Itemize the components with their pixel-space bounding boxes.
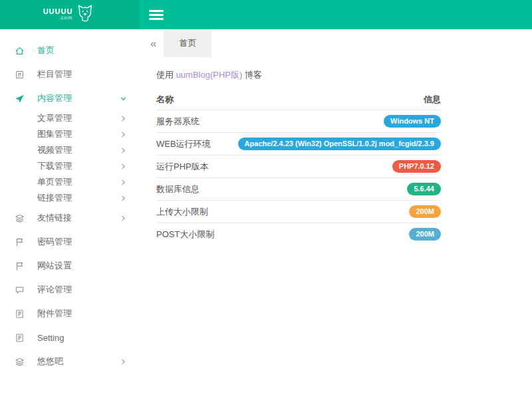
send-icon <box>15 94 25 104</box>
sidebar-item-13[interactable]: 附件管理 <box>0 302 140 326</box>
sidebar-item-label: 评论管理 <box>37 284 72 296</box>
sidebar-item-15[interactable]: 悠悠吧 <box>0 350 140 373</box>
chevron-right-icon <box>120 132 126 138</box>
table-row: POST大小限制200M <box>156 223 441 246</box>
sidebar-item-label: 单页管理 <box>37 176 72 188</box>
row-name: POST大小限制 <box>156 223 219 246</box>
sidebar-subitem-4[interactable]: 图集管理 <box>0 126 140 142</box>
layers-icon <box>15 213 25 223</box>
comment-icon <box>15 285 25 295</box>
cat-mascot-icon <box>74 2 96 27</box>
sidebar-item-label: Setting <box>37 333 64 343</box>
status-badge: 5.6.44 <box>407 183 441 195</box>
row-name: 服务器系统 <box>156 110 219 133</box>
menu-toggle-button[interactable] <box>149 5 172 25</box>
sidebar-item-10[interactable]: 密码管理 <box>0 230 140 254</box>
logo-text: UUUUU .com <box>43 8 73 21</box>
sidebar-item-0[interactable]: 首页 <box>0 39 140 62</box>
app-logo[interactable]: UUUUU .com <box>0 0 140 29</box>
sidebar-item-label: 悠悠吧 <box>37 355 63 367</box>
status-badge: Apache/2.4.23 (Win32) OpenSSL/1.0.2j mod… <box>238 138 441 150</box>
sidebar-item-11[interactable]: 网站设置 <box>0 254 140 278</box>
file-icon <box>15 333 25 343</box>
row-name: 数据库信息 <box>156 178 219 201</box>
flag-icon <box>15 261 25 271</box>
sidebar-item-1[interactable]: 栏目管理 <box>0 62 140 86</box>
row-name: 上传大小限制 <box>156 201 219 223</box>
sidebar-subitem-7[interactable]: 单页管理 <box>0 174 140 190</box>
chevron-right-icon <box>120 195 126 201</box>
sidebar-item-label: 视频管理 <box>37 144 72 156</box>
sidebar-item-label: 附件管理 <box>37 308 72 320</box>
chevron-right-icon <box>120 163 126 169</box>
form-icon <box>15 70 25 80</box>
row-name: 运行PHP版本 <box>156 155 219 178</box>
table-row: 数据库信息5.6.44 <box>156 178 441 201</box>
layers-icon <box>15 357 25 367</box>
sidebar-item-label: 密码管理 <box>37 236 72 248</box>
main-content: « 首页 使用 uumBlog(PHP版) 博客 名称 信息 服务器系统Wind… <box>140 29 532 400</box>
flag-icon <box>15 237 25 247</box>
status-badge: 200M <box>409 205 441 218</box>
sidebar-subitem-6[interactable]: 下载管理 <box>0 158 140 174</box>
intro-suffix: 博客 <box>242 70 262 80</box>
sidebar-item-label: 友情链接 <box>37 212 72 224</box>
sidebar-nav: 首页栏目管理内容管理文章管理图集管理视频管理下载管理单页管理链接管理友情链接密码… <box>0 29 140 400</box>
sidebar-item-label: 网站设置 <box>37 260 72 272</box>
uumblog-link[interactable]: uumBlog(PHP版) <box>176 70 243 80</box>
sidebar-item-label: 首页 <box>37 45 55 56</box>
sidebar-item-label: 栏目管理 <box>37 68 72 80</box>
home-icon <box>15 46 25 56</box>
table-row: 运行PHP版本PHP7.0.12 <box>156 155 441 178</box>
file-icon <box>15 309 25 319</box>
column-header-name: 名称 <box>156 92 219 110</box>
server-info-table: 名称 信息 服务器系统Windows NTWEB运行环境Apache/2.4.2… <box>156 92 441 245</box>
sidebar-item-9[interactable]: 友情链接 <box>0 206 140 230</box>
column-header-info: 信息 <box>219 92 441 110</box>
sidebar-subitem-3[interactable]: 文章管理 <box>0 110 140 126</box>
table-row: 上传大小限制200M <box>156 201 441 223</box>
row-name: WEB运行环境 <box>156 133 219 155</box>
sidebar-item-14[interactable]: Setting <box>0 326 140 350</box>
top-bar-right <box>140 0 532 29</box>
sidebar-subitem-8[interactable]: 链接管理 <box>0 190 140 206</box>
sidebar-item-label: 内容管理 <box>37 92 72 104</box>
intro-text: 使用 uumBlog(PHP版) 博客 <box>156 69 515 81</box>
table-row: 服务器系统Windows NT <box>156 110 441 133</box>
table-row: WEB运行环境Apache/2.4.23 (Win32) OpenSSL/1.0… <box>156 133 441 155</box>
sidebar-item-label: 链接管理 <box>37 192 72 204</box>
top-bar: UUUUU .com <box>0 0 532 29</box>
sidebar-item-label: 文章管理 <box>37 112 72 124</box>
sidebar-item-label: 图集管理 <box>37 128 72 140</box>
chevron-down-icon <box>120 96 126 102</box>
chevron-right-icon <box>120 179 126 185</box>
chevron-right-icon <box>120 116 126 122</box>
status-badge: Windows NT <box>384 115 441 128</box>
chevron-right-icon <box>120 359 126 365</box>
sidebar-item-12[interactable]: 评论管理 <box>0 278 140 302</box>
status-badge: 200M <box>409 228 441 241</box>
sidebar-item-2[interactable]: 内容管理 <box>0 86 140 110</box>
sidebar-item-label: 下载管理 <box>37 160 72 172</box>
tab-home[interactable]: 首页 <box>164 29 211 57</box>
dashboard-page: 使用 uumBlog(PHP版) 博客 名称 信息 服务器系统Windows N… <box>140 57 532 245</box>
sidebar-subitem-5[interactable]: 视频管理 <box>0 142 140 158</box>
chevron-right-icon <box>120 148 126 153</box>
chevron-right-icon <box>120 215 126 221</box>
intro-prefix: 使用 <box>156 70 176 80</box>
tab-strip: « 首页 <box>140 29 532 57</box>
status-badge: PHP7.0.12 <box>392 160 441 173</box>
collapse-tabs-icon[interactable]: « <box>149 35 158 52</box>
